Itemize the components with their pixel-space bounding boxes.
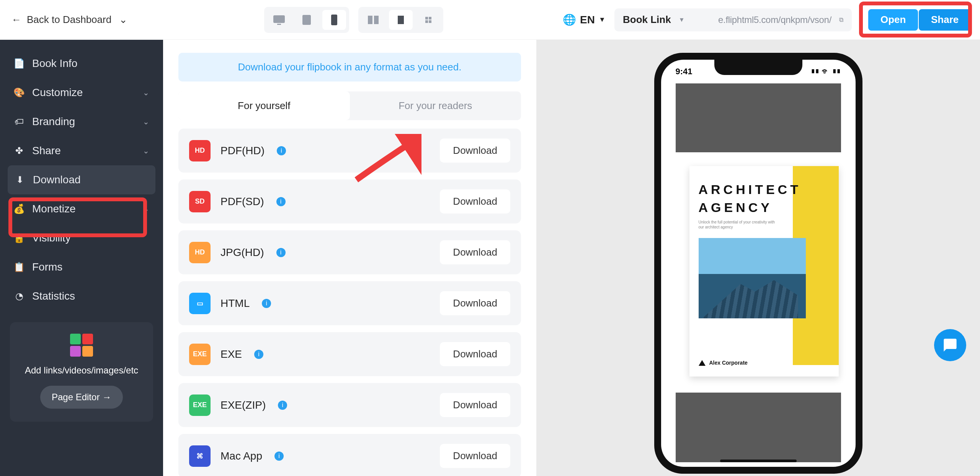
download-banner: Download your flipbook in any format as … — [178, 53, 521, 82]
form-icon: 📋 — [14, 262, 24, 272]
format-icon: ▭ — [189, 293, 211, 314]
sidebar-item-monetize[interactable]: 💰Monetize⌄ — [0, 194, 163, 223]
info-icon[interactable]: i — [262, 299, 271, 308]
sidebar-label: Monetize — [32, 203, 76, 215]
format-label: PDF(SD) — [220, 196, 264, 208]
chevron-down-icon: ▼ — [679, 16, 685, 23]
download-button[interactable]: Download — [440, 189, 510, 214]
info-icon[interactable]: i — [274, 452, 284, 461]
format-label: Mac App — [220, 450, 262, 462]
globe-icon: 🌐 — [563, 13, 576, 26]
info-icon[interactable]: i — [254, 350, 263, 359]
tag-icon: 🏷 — [14, 116, 24, 127]
download-button[interactable]: Download — [440, 393, 510, 417]
info-icon[interactable]: i — [278, 401, 287, 410]
svg-rect-1 — [277, 24, 281, 25]
svg-rect-3 — [331, 15, 337, 25]
sidebar: 📄Book Info 🎨Customize⌄ 🏷Branding⌄ ✤Share… — [0, 40, 163, 476]
sidebar-item-customize[interactable]: 🎨Customize⌄ — [0, 78, 163, 107]
sidebar-label: Share — [32, 145, 61, 157]
sidebar-item-statistics[interactable]: ◔Statistics — [0, 282, 163, 311]
phone-statusbar: 9:41 ▮▮ ᯤ ▮▮ — [661, 67, 856, 77]
sidebar-item-branding[interactable]: 🏷Branding⌄ — [0, 107, 163, 136]
page-editor-promo: Add links/videos/images/etc Page Editor … — [10, 322, 153, 422]
page-editor-button[interactable]: Page Editor → — [40, 386, 123, 409]
tablet-view-button[interactable] — [295, 10, 318, 30]
promo-icons — [70, 334, 93, 357]
format-row: HD JPG(HD) i Download — [178, 230, 521, 274]
back-to-dashboard[interactable]: ← Back to Dashboard ⌄ — [11, 14, 127, 26]
sidebar-label: Forms — [32, 261, 62, 273]
format-icon: SD — [189, 191, 211, 212]
format-row: EXE EXE(ZIP) i Download — [178, 383, 521, 427]
phone-frame: 9:41 ▮▮ ᯤ ▮▮ ARCHITECT AGENCY Unlock the… — [654, 53, 862, 474]
book-link-label: Book Link — [623, 14, 671, 26]
preview-strip-bottom — [676, 393, 841, 462]
arrow-left-icon: ← — [11, 14, 21, 26]
language-label: EN — [580, 14, 595, 26]
sidebar-item-book-info[interactable]: 📄Book Info — [0, 49, 163, 78]
file-icon: 📄 — [14, 58, 24, 69]
sidebar-label: Visibility — [32, 232, 71, 244]
tab-for-yourself[interactable]: For yourself — [178, 91, 350, 120]
sidebar-item-visibility[interactable]: 🔒Visibility — [0, 223, 163, 253]
desktop-view-button[interactable] — [267, 10, 291, 30]
brand-logo-icon — [699, 360, 706, 366]
download-button[interactable]: Download — [440, 291, 510, 315]
auto-layout-button[interactable] — [416, 10, 440, 30]
info-icon[interactable]: i — [277, 146, 286, 155]
mobile-view-button[interactable] — [322, 10, 346, 30]
chevron-down-icon: ▼ — [599, 16, 606, 24]
download-button[interactable]: Download — [440, 240, 510, 264]
cover-title-2: AGENCY — [699, 200, 839, 215]
svg-rect-2 — [302, 15, 311, 25]
money-icon: 💰 — [14, 204, 24, 214]
download-button[interactable]: Download — [440, 139, 510, 163]
format-label: EXE — [220, 348, 242, 360]
promo-text: Add links/videos/images/etc — [18, 365, 145, 376]
single-page-button[interactable] — [389, 10, 413, 30]
format-label: JPG(HD) — [220, 246, 264, 259]
palette-icon: 🎨 — [14, 87, 24, 98]
book-link-url: e.fliphtml5.com/qnkpm/vson/ — [718, 15, 831, 25]
cover-image — [699, 238, 806, 318]
format-label: PDF(HD) — [220, 145, 265, 157]
lock-icon: 🔒 — [14, 233, 24, 243]
chevron-down-icon: ⌄ — [143, 88, 149, 97]
info-icon[interactable]: i — [276, 197, 286, 206]
info-icon[interactable]: i — [276, 248, 286, 257]
language-selector[interactable]: 🌐 EN ▼ — [563, 13, 606, 26]
format-label: EXE(ZIP) — [220, 399, 266, 411]
svg-rect-4 — [368, 16, 372, 24]
spread-view-button[interactable] — [361, 10, 385, 30]
device-view-group — [264, 7, 349, 33]
download-button[interactable]: Download — [440, 342, 510, 366]
status-icons: ▮▮ ᯤ ▮▮ — [811, 67, 841, 77]
sidebar-item-forms[interactable]: 📋Forms — [0, 253, 163, 282]
format-icon: ⌘ — [189, 445, 211, 467]
home-indicator — [720, 460, 797, 462]
flipbook-cover[interactable]: ARCHITECT AGENCY Unlock the full potenti… — [689, 166, 839, 377]
cover-brand: Alex Corporate — [699, 360, 748, 366]
share-button[interactable]: Share — [919, 9, 971, 31]
chat-fab[interactable] — [934, 329, 966, 361]
open-button[interactable]: Open — [868, 9, 918, 31]
phone-screen: 9:41 ▮▮ ᯤ ▮▮ ARCHITECT AGENCY Unlock the… — [661, 60, 856, 467]
svg-rect-6 — [398, 16, 404, 24]
format-row: EXE EXE i Download — [178, 332, 521, 376]
format-icon: HD — [189, 140, 211, 161]
download-button[interactable]: Download — [440, 444, 510, 468]
page-layout-group — [358, 7, 443, 33]
copy-icon[interactable]: ⧉ — [839, 16, 843, 23]
preview-pane: 9:41 ▮▮ ᯤ ▮▮ ARCHITECT AGENCY Unlock the… — [536, 40, 980, 476]
sidebar-label: Statistics — [32, 290, 75, 302]
sidebar-item-download[interactable]: ⬇Download — [8, 165, 155, 194]
cover-title-1: ARCHITECT — [699, 182, 839, 197]
chevron-down-icon: ⌄ — [143, 146, 149, 155]
tab-for-readers[interactable]: For your readers — [350, 91, 521, 120]
svg-rect-5 — [374, 16, 379, 24]
sidebar-item-share[interactable]: ✤Share⌄ — [0, 136, 163, 165]
download-tabs: For yourself For your readers — [178, 91, 521, 120]
book-link-field[interactable]: Book Link ▼ e.fliphtml5.com/qnkpm/vson/ … — [614, 8, 852, 31]
format-icon: EXE — [189, 344, 211, 365]
